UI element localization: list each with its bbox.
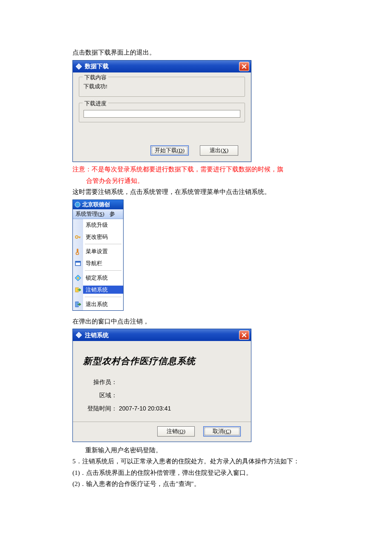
lock-icon	[75, 275, 81, 281]
menubar: 系统管理(S) 参	[73, 209, 123, 219]
btn-accel: D	[179, 146, 182, 155]
close-button[interactable]	[239, 330, 249, 340]
btn-text: 开始下载(	[155, 146, 179, 155]
upgrade-icon	[75, 222, 81, 228]
paragraph: 重新输入用户名密码登陆。	[72, 445, 349, 455]
app-menu-window: 北京联德创 系统管理(S) 参 系统升级 更改密码	[72, 199, 124, 311]
title-bar: 数据下载	[73, 61, 251, 72]
note-paragraph: 合管办会另行通知。	[72, 176, 349, 186]
title-text: 北京联德创	[82, 200, 110, 209]
logout-button[interactable]: 注销(O)	[157, 426, 195, 436]
menubar-item-params[interactable]: 参	[107, 209, 118, 219]
download-dialog: 数据下载 下载内容 下载成功! 下载进度 开始下载(D) 退出(X)	[72, 60, 251, 162]
field-value: 2007-7-10 20:03:41	[117, 404, 171, 413]
btn-text: 注销(	[167, 427, 179, 436]
menu-item-lock[interactable]: 锁定系统	[73, 272, 123, 284]
system-heading: 新型农村合作医疗信息系统	[83, 355, 244, 368]
app-icon	[75, 63, 82, 70]
note-icon	[75, 248, 81, 255]
cancel-button[interactable]: 取消(C)	[203, 426, 241, 436]
paragraph: (1)．点击系统界面上的住院补偿管理，弹出住院登记录入窗口。	[72, 468, 349, 478]
download-content-group: 下载内容 下载成功!	[79, 77, 245, 97]
menu-item-navbar[interactable]: 导航栏	[73, 257, 123, 269]
region-row: 区域：	[83, 391, 244, 400]
separator	[73, 422, 251, 422]
groupbox-legend: 下载进度	[83, 99, 108, 108]
download-progress-group: 下载进度	[79, 103, 245, 122]
btn-accel: C	[226, 427, 230, 436]
logout-icon	[75, 286, 81, 293]
btn-text: 取消(	[213, 427, 225, 436]
menu-item-label: 注销系统	[83, 286, 123, 294]
paragraph: 点击数据下载界面上的退出。	[72, 48, 349, 58]
download-status-text: 下载成功!	[84, 82, 240, 91]
svg-point-1	[75, 202, 80, 207]
menu-item-exit[interactable]: 退出系统	[73, 298, 123, 310]
title-text: 数据下载	[85, 62, 109, 71]
window-icon	[75, 260, 81, 267]
groupbox-legend: 下载内容	[83, 73, 108, 82]
menu-item-label: 退出系统	[83, 300, 123, 309]
menu-item-label: 更改密码	[83, 233, 123, 241]
btn-text: 退出(	[210, 146, 222, 155]
menu-item-label: 导航栏	[83, 259, 123, 268]
paragraph: (2)．输入患者的合作医疗证号，点击"查询"。	[72, 479, 349, 489]
menu-item-label: 菜单设置	[83, 247, 123, 256]
svg-point-2	[75, 236, 78, 238]
menu-item-logout[interactable]: 注销系统	[73, 284, 123, 296]
app-icon	[75, 332, 82, 338]
field-label: 登陆时间：	[83, 404, 117, 413]
operator-row: 操作员：	[83, 378, 244, 387]
field-label: 操作员：	[83, 378, 117, 387]
menu-item-menu-settings[interactable]: 菜单设置	[73, 246, 123, 257]
exit-button[interactable]: 退出(X)	[200, 145, 238, 156]
svg-marker-0	[76, 64, 82, 69]
app-icon	[75, 202, 81, 208]
svg-rect-4	[75, 261, 81, 263]
title-bar: 北京联德创	[73, 200, 123, 209]
btn-text: )	[184, 427, 185, 436]
btn-accel: X	[222, 146, 226, 155]
paragraph: 在弹出的窗口中点击注销，	[72, 317, 349, 327]
menu-item-label: 锁定系统	[83, 274, 123, 282]
paragraph: 这时需要注销系统，点击系统管理，在系统管理菜单中点击注销系统。	[72, 187, 349, 197]
system-menu-dropdown: 系统升级 更改密码 菜单设置 导航栏	[73, 219, 123, 310]
progress-bar	[84, 110, 240, 118]
logout-dialog: 注销系统 新型农村合作医疗信息系统 操作员： 区域： 登陆时间： 2007-7-…	[72, 329, 251, 442]
login-time-row: 登陆时间： 2007-7-10 20:03:41	[83, 404, 244, 413]
menu-item-change-password[interactable]: 更改密码	[73, 231, 123, 243]
btn-text: )	[227, 146, 228, 155]
start-download-button[interactable]: 开始下载(D)	[150, 145, 189, 156]
svg-marker-9	[76, 332, 82, 338]
menubar-item-system[interactable]: 系统管理(S)	[73, 209, 107, 219]
title-bar: 注销系统	[73, 329, 251, 341]
paragraph: 5．注销系统后，可以正常录入患者的住院处方。处方录入的具体操作方法如下：	[72, 457, 349, 466]
btn-accel: O	[179, 427, 183, 436]
exit-icon	[75, 301, 81, 308]
close-button[interactable]	[239, 62, 249, 71]
btn-text: )	[229, 427, 231, 436]
title-text: 注销系统	[85, 331, 109, 340]
note-paragraph: 注意：不是每次登录系统都要进行数据下载，需要进行下载数据的时候，旗	[72, 165, 349, 174]
btn-text: )	[183, 146, 184, 155]
field-label: 区域：	[83, 391, 117, 400]
menu-item-label: 系统升级	[83, 221, 123, 229]
key-icon	[75, 234, 81, 240]
menu-item-upgrade[interactable]: 系统升级	[73, 219, 123, 231]
svg-rect-6	[77, 277, 79, 279]
